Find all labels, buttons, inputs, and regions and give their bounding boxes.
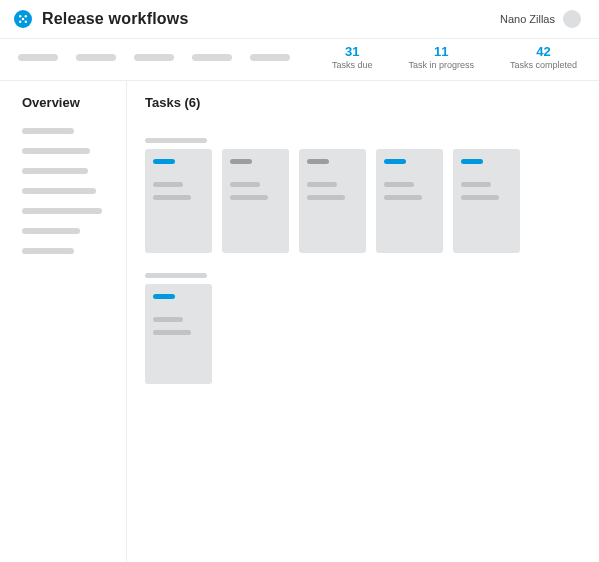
stats-row: 31 Tasks due 11 Task in progress 42 Task… <box>332 45 577 70</box>
card-text-line <box>153 182 183 187</box>
svg-point-4 <box>25 21 27 23</box>
main-panel: Tasks (6) <box>126 81 599 562</box>
sidebar-item[interactable] <box>22 208 102 214</box>
card-row <box>145 284 583 384</box>
avatar[interactable] <box>563 10 581 28</box>
stat-value: 42 <box>510 45 577 59</box>
svg-point-1 <box>25 15 27 17</box>
sidebar: Overview <box>0 81 126 562</box>
stat-tasks-completed[interactable]: 42 Tasks completed <box>510 45 577 70</box>
app-header: Release workflows Nano Zillas <box>0 0 599 38</box>
card-text-line <box>230 195 268 200</box>
sidebar-item[interactable] <box>22 248 74 254</box>
row-label <box>145 273 207 278</box>
task-card[interactable] <box>145 284 212 384</box>
card-text-line <box>153 317 183 322</box>
stats-strip: 31 Tasks due 11 Task in progress 42 Task… <box>0 38 599 81</box>
svg-point-0 <box>19 15 21 17</box>
task-card[interactable] <box>453 149 520 253</box>
card-text-line <box>461 195 499 200</box>
card-text-line <box>461 182 491 187</box>
sidebar-item[interactable] <box>22 168 88 174</box>
stat-label: Task in progress <box>408 60 474 70</box>
row-label <box>145 138 207 143</box>
card-text-line <box>307 182 337 187</box>
app-logo-icon <box>18 14 28 24</box>
stat-tasks-due[interactable]: 31 Tasks due <box>332 45 373 70</box>
nav-pill[interactable] <box>192 54 232 61</box>
stat-value: 11 <box>408 45 474 59</box>
nav-pill[interactable] <box>250 54 290 61</box>
stat-label: Tasks completed <box>510 60 577 70</box>
status-indicator <box>384 159 406 164</box>
task-card[interactable] <box>222 149 289 253</box>
status-indicator <box>153 159 175 164</box>
stat-value: 31 <box>332 45 373 59</box>
main-title: Tasks (6) <box>145 95 583 110</box>
task-card[interactable] <box>376 149 443 253</box>
status-indicator <box>461 159 483 164</box>
card-text-line <box>307 195 345 200</box>
sidebar-item[interactable] <box>22 188 96 194</box>
card-row <box>145 149 583 253</box>
status-indicator <box>230 159 252 164</box>
sidebar-item[interactable] <box>22 128 74 134</box>
card-text-line <box>384 182 414 187</box>
card-text-line <box>153 330 191 335</box>
task-card[interactable] <box>299 149 366 253</box>
card-text-line <box>153 195 191 200</box>
svg-point-2 <box>22 18 24 20</box>
status-indicator <box>153 294 175 299</box>
stat-task-in-progress[interactable]: 11 Task in progress <box>408 45 474 70</box>
nav-pill-row <box>18 54 290 61</box>
body: Overview Tasks (6) <box>0 81 599 562</box>
user-name[interactable]: Nano Zillas <box>500 13 555 25</box>
page-title: Release workflows <box>42 10 189 28</box>
stat-label: Tasks due <box>332 60 373 70</box>
app-logo[interactable] <box>14 10 32 28</box>
sidebar-item[interactable] <box>22 228 80 234</box>
sidebar-item[interactable] <box>22 148 90 154</box>
svg-point-3 <box>19 21 21 23</box>
nav-pill[interactable] <box>18 54 58 61</box>
card-text-line <box>384 195 422 200</box>
nav-pill[interactable] <box>76 54 116 61</box>
sidebar-title: Overview <box>22 95 112 110</box>
card-text-line <box>230 182 260 187</box>
task-card[interactable] <box>145 149 212 253</box>
status-indicator <box>307 159 329 164</box>
nav-pill[interactable] <box>134 54 174 61</box>
